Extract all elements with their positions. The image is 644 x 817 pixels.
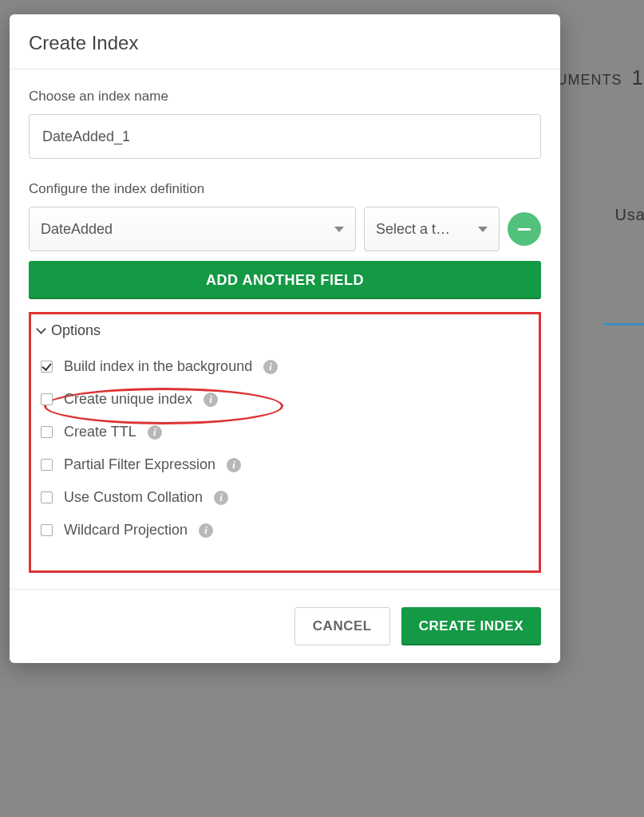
checkbox-unique-index[interactable] (41, 393, 53, 405)
caret-down-icon (478, 227, 488, 232)
modal-title: Create Index (29, 32, 541, 54)
definition-row: DateAdded Select a t… (29, 207, 541, 251)
definition-label: Configure the index definition (29, 181, 541, 197)
options-highlight-annotation: Options Build index in the background i … (29, 312, 541, 573)
minus-icon (518, 228, 531, 231)
checkbox-wildcard-projection[interactable] (41, 524, 53, 536)
option-label: Wildcard Projection (64, 522, 188, 539)
caret-down-icon (334, 227, 344, 232)
checkbox-ttl[interactable] (41, 426, 53, 438)
option-label: Create TTL (64, 424, 136, 440)
option-partial-filter: Partial Filter Expression i (38, 448, 531, 481)
modal-footer: CANCEL CREATE INDEX (10, 589, 560, 663)
info-icon[interactable]: i (263, 360, 278, 374)
field-name-value: DateAdded (41, 221, 113, 238)
modal-header: Create Index (10, 14, 560, 69)
info-icon[interactable]: i (148, 425, 162, 440)
cancel-button[interactable]: CANCEL (294, 607, 390, 645)
info-icon[interactable]: i (199, 523, 213, 538)
option-ttl: Create TTL i (38, 416, 531, 448)
add-another-field-button[interactable]: ADD ANOTHER FIELD (29, 261, 541, 299)
option-label: Build index in the background (64, 358, 252, 375)
field-name-dropdown[interactable]: DateAdded (29, 207, 356, 251)
checkbox-partial-filter[interactable] (41, 459, 53, 471)
create-index-modal: Create Index Choose an index name Config… (10, 14, 560, 663)
options-label: Options (51, 322, 101, 339)
checkbox-build-background[interactable] (41, 361, 53, 373)
option-build-background: Build index in the background i (38, 350, 531, 383)
field-type-dropdown[interactable]: Select a t… (364, 207, 500, 251)
checkbox-custom-collation[interactable] (41, 491, 53, 503)
background-accent-line (604, 323, 644, 326)
remove-field-button[interactable] (508, 212, 541, 246)
index-name-input[interactable] (29, 114, 541, 159)
chevron-down-icon (36, 324, 46, 334)
option-unique-index: Create unique index i (38, 383, 531, 416)
option-label: Use Custom Collation (64, 489, 203, 506)
background-documents-label: UMENTS 1 (557, 65, 644, 90)
option-wildcard-projection: Wildcard Projection i (38, 514, 531, 547)
index-name-label: Choose an index name (29, 89, 541, 105)
field-type-value: Select a t… (376, 221, 450, 238)
modal-body: Choose an index name Configure the index… (10, 69, 560, 581)
create-index-button[interactable]: CREATE INDEX (401, 607, 541, 645)
option-custom-collation: Use Custom Collation i (38, 481, 531, 514)
info-icon[interactable]: i (214, 491, 228, 505)
info-icon[interactable]: i (227, 458, 241, 472)
option-label: Partial Filter Expression (64, 456, 215, 473)
background-usage-label: Usa (614, 206, 644, 224)
options-toggle[interactable]: Options (38, 322, 531, 339)
info-icon[interactable]: i (203, 393, 218, 407)
option-label: Create unique index (64, 391, 192, 408)
